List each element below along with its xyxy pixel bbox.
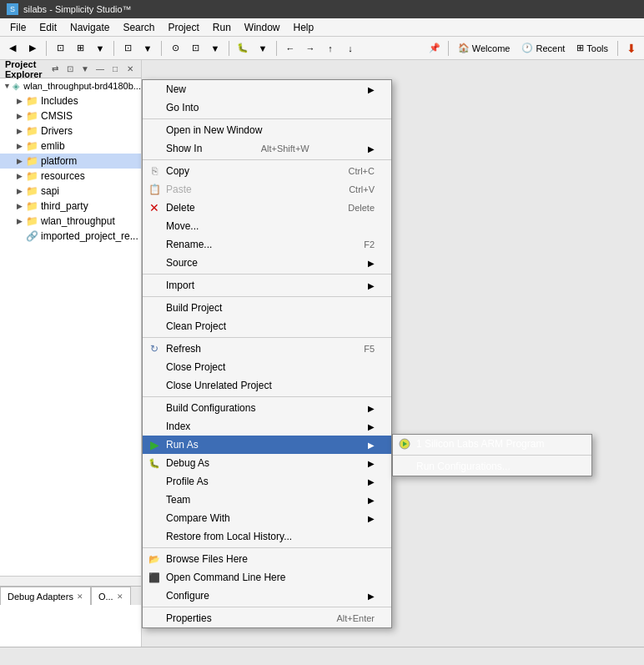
horizontal-scrollbar[interactable] (0, 576, 141, 586)
menu-edit[interactable]: Edit (33, 18, 63, 36)
tree-sapi[interactable]: ▶ 📁 sapi (0, 184, 141, 199)
toolbar-debug[interactable]: 🐛 (234, 39, 252, 58)
tree-wlan-throughput[interactable]: ▶ 📁 wlan_throughput (0, 214, 141, 229)
tab-other[interactable]: O... ✕ (91, 587, 131, 605)
copy-icon: ⎘ (148, 164, 161, 178)
ctx-run-as[interactable]: ▶ Run As ▶ 1 Silicon Labs ARM Program Ru… (143, 436, 391, 454)
tree-emlib[interactable]: ▶ 📁 emlib (0, 139, 141, 154)
ctx-open-cmd[interactable]: ⬛ Open Command Line Here (143, 568, 391, 587)
explorer-maximize-btn[interactable]: □ (109, 63, 121, 75)
recent-button[interactable]: 🕐 Recent (516, 41, 570, 55)
ctx-team[interactable]: Team ▶ (143, 491, 391, 509)
menu-file[interactable]: File (3, 18, 33, 36)
tree-resources[interactable]: ▶ 📁 resources (0, 169, 141, 184)
ctx-new[interactable]: New ▶ (143, 80, 391, 98)
toolbar-btn-7[interactable]: ⊡ (186, 39, 204, 58)
ctx-restore-local[interactable]: Restore from Local History... (143, 527, 391, 546)
ctx-show-in[interactable]: Show In Alt+Shift+W ▶ (143, 139, 391, 158)
ctx-restore-local-label: Restore from Local History... (166, 531, 292, 542)
ctx-browse-files[interactable]: 📂 Browse Files Here (143, 550, 391, 568)
ctx-team-arrow: ▶ (368, 496, 375, 505)
explorer-collapse-btn[interactable]: ⊡ (64, 63, 76, 75)
ctx-sep-3 (143, 274, 391, 275)
ctx-import[interactable]: Import ▶ (143, 276, 391, 295)
ctx-source-arrow: ▶ (368, 259, 375, 268)
ctx-sep-8 (143, 607, 391, 607)
toolbar-btn-4[interactable]: ⊡ (118, 39, 137, 58)
ctx-build-configs-arrow: ▶ (368, 404, 375, 413)
toolbar-btn-3[interactable]: ▼ (91, 39, 109, 58)
menu-run[interactable]: Run (206, 18, 238, 36)
ctx-rename-shortcut: F2 (364, 239, 375, 249)
menu-search[interactable]: Search (116, 18, 161, 36)
toolbar-nav-left[interactable]: ← (281, 39, 299, 58)
explorer-minimize-btn[interactable]: — (94, 63, 106, 75)
toolbar-btn-6[interactable]: ⊙ (166, 39, 184, 58)
toolbar-pin[interactable]: 📌 (425, 39, 444, 58)
tree-arrow-sapi: ▶ (17, 187, 25, 195)
tree-label-wlan: wlan_throughput (41, 215, 115, 227)
toolbar-nav-down[interactable]: ↓ (341, 39, 360, 58)
ctx-close-project[interactable]: Close Project (143, 358, 391, 376)
ctx-build-configs[interactable]: Build Configurations ▶ (143, 399, 391, 417)
menu-navigate[interactable]: Navigate (63, 18, 116, 36)
ctx-team-label: Team (166, 494, 190, 506)
tab-other-close[interactable]: ✕ (117, 592, 123, 601)
ctx-index[interactable]: Index ▶ (143, 417, 391, 436)
ctx-profile-as[interactable]: Profile As ▶ (143, 472, 391, 491)
toolbar-btn-9[interactable]: ▼ (254, 39, 272, 58)
explorer-header: Project Explorer ⇄ ⊡ ▼ — □ ✕ (0, 60, 141, 78)
explorer-sync-btn[interactable]: ⇄ (49, 63, 61, 75)
toolbar-back[interactable]: ◀ (3, 39, 22, 58)
tree-label-resources: resources (41, 170, 85, 182)
tree-label-imported: imported_project_re... (41, 230, 138, 242)
tab-debug-adapters-close[interactable]: ✕ (77, 592, 83, 601)
toolbar-btn-1[interactable]: ⊡ (51, 39, 69, 58)
tree-project-root[interactable]: ▼ ◈ wlan_throughput-brd4180b... (0, 78, 141, 93)
ctx-rename[interactable]: Rename... F2 (143, 235, 391, 254)
ctx-copy[interactable]: ⎘ Copy Ctrl+C (143, 162, 391, 180)
ctx-open-new-window[interactable]: Open in New Window (143, 121, 391, 139)
tree-imported-project[interactable]: 🔗 imported_project_re... (0, 229, 141, 244)
toolbar-forward[interactable]: ▶ (23, 39, 42, 58)
install-button[interactable]: ⬇ (622, 39, 641, 58)
tree-includes[interactable]: ▶ 📁 Includes (0, 93, 141, 108)
explorer-title: Project Explorer (5, 59, 46, 79)
ctx-move[interactable]: Move... (143, 217, 391, 235)
ctx-configure[interactable]: Configure ▶ (143, 587, 391, 605)
tree-cmsis[interactable]: ▶ 📁 CMSIS (0, 108, 141, 123)
toolbar-nav-right[interactable]: → (301, 39, 319, 58)
ctx-build-project[interactable]: Build Project (143, 299, 391, 317)
tree-arrow-platform: ▶ (17, 157, 25, 165)
ctx-properties[interactable]: Properties Alt+Enter (143, 609, 391, 627)
tree-platform[interactable]: ▶ 📁 platform (0, 154, 141, 169)
ctx-delete[interactable]: ✕ Delete Delete (143, 199, 391, 217)
toolbar-btn-5[interactable]: ▼ (138, 39, 157, 58)
menu-project[interactable]: Project (161, 18, 205, 36)
toolbar-btn-8[interactable]: ▼ (206, 39, 224, 58)
ctx-source[interactable]: Source ▶ (143, 254, 391, 272)
ctx-new-arrow: ▶ (368, 85, 375, 94)
menu-window[interactable]: Window (238, 18, 287, 36)
ctx-debug-as[interactable]: 🐛 Debug As ▶ (143, 454, 391, 472)
tree-third-party[interactable]: ▶ 📁 third_party (0, 199, 141, 214)
ctx-clean-project[interactable]: Clean Project (143, 317, 391, 335)
toolbar-btn-2[interactable]: ⊞ (71, 39, 89, 58)
tree-drivers[interactable]: ▶ 📁 Drivers (0, 123, 141, 139)
tools-button[interactable]: ⊞ Tools (571, 41, 613, 55)
toolbar-sep-2 (113, 41, 114, 56)
ctx-refresh[interactable]: ↻ Refresh F5 (143, 340, 391, 358)
menu-help[interactable]: Help (287, 18, 321, 36)
toolbar-nav-up[interactable]: ↑ (321, 39, 340, 58)
ctx-compare-with[interactable]: Compare With ▶ (143, 509, 391, 527)
explorer-menu-btn[interactable]: ▼ (79, 63, 91, 75)
toolbar-sep-7 (617, 41, 618, 56)
ctx-refresh-shortcut: F5 (364, 344, 375, 354)
submenu-silicon-labs-arm[interactable]: 1 Silicon Labs ARM Program (393, 435, 591, 453)
ctx-close-unrelated[interactable]: Close Unrelated Project (143, 376, 391, 395)
explorer-close-btn[interactable]: ✕ (124, 63, 136, 75)
welcome-button[interactable]: 🏠 Welcome (453, 41, 516, 55)
submenu-run-configurations[interactable]: Run Configurations... (393, 457, 591, 476)
tab-debug-adapters[interactable]: Debug Adapters ✕ (0, 587, 91, 605)
ctx-go-into[interactable]: Go Into (143, 98, 391, 117)
